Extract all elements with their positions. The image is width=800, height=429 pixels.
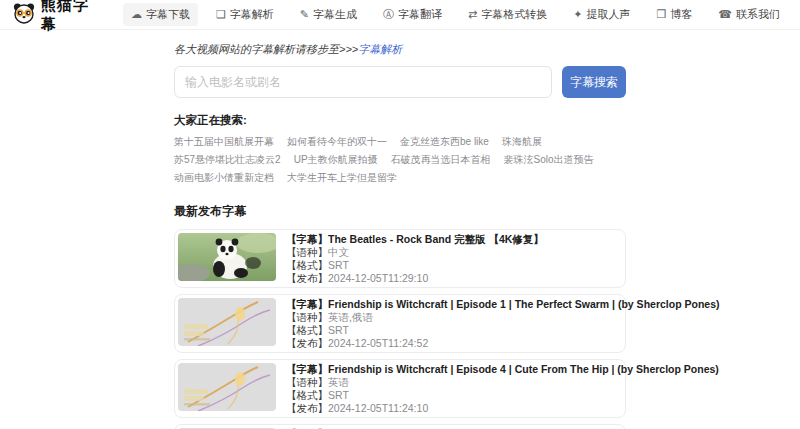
published-label: 【发布】 — [286, 337, 328, 349]
published-value: 2024-12-05T11:24:52 — [328, 337, 428, 349]
latest-section-title: 最新发布字幕 — [174, 203, 626, 220]
subtitle-language-line: 【语种】英语 — [286, 376, 622, 388]
subtitle-card[interactable]: 【字幕】Friendship is Witchcraft | Episode 5… — [174, 424, 626, 429]
nav-item-label: 博客 — [670, 7, 692, 22]
language-value: 中文 — [328, 246, 349, 258]
published-label: 【发布】 — [286, 402, 328, 414]
nav-item-icon: ❏ — [216, 8, 226, 21]
published-value: 2024-12-05T11:24:10 — [328, 402, 428, 414]
subtitle-meta: 【字幕】The Beatles - Rock Band 完整版 【4K修复】 【… — [286, 233, 544, 284]
subtitle-language-line: 【语种】中文 — [286, 246, 544, 258]
parse-notice-text: 各大视频网站的字幕解析请移步至>>> — [174, 43, 358, 55]
subtitle-title: The Beatles - Rock Band 完整版 【4K修复】 — [328, 233, 544, 245]
trending-term[interactable]: 金克丝造东西be like — [400, 135, 489, 149]
language-label: 【语种】 — [286, 376, 328, 388]
nav-menu: ☁ 字幕下载 ❏ 字幕解析 ✎ 字幕生成 Ⓐ 字幕翻译 ⇄ 字幕格式转换 — [123, 3, 788, 26]
search-input[interactable] — [174, 66, 552, 98]
language-value: 英语 — [328, 376, 349, 388]
nav-item[interactable]: ☎ 联系我们 — [710, 3, 788, 26]
trending-term[interactable]: 石破茂再当选日本首相 — [391, 153, 491, 167]
subtitle-title-line: 【字幕】The Beatles - Rock Band 完整版 【4K修复】 — [286, 233, 544, 245]
parse-notice: 各大视频网站的字幕解析请移步至>>>字幕解析 — [174, 42, 626, 57]
published-label: 【发布】 — [286, 272, 328, 284]
format-value: SRT — [328, 259, 349, 271]
nav-item-label: 提取人声 — [586, 7, 630, 22]
purple-artwork-thumb — [178, 298, 276, 346]
trending-term[interactable]: 第十五届中国航展开幕 — [174, 135, 274, 149]
nav-item-icon: ☁ — [131, 8, 142, 21]
panda-photo-thumb — [178, 233, 276, 281]
nav-item-icon: ✎ — [300, 8, 309, 21]
subtitle-card[interactable]: 【字幕】Friendship is Witchcraft | Episode 1… — [174, 294, 626, 353]
trending-terms: 第十五届中国航展开幕 如何看待今年的双十一 金克丝造东西be like 珠海航展… — [174, 135, 626, 185]
format-value: SRT — [328, 389, 349, 401]
format-value: SRT — [328, 324, 349, 336]
nav-item-label: 联系我们 — [736, 7, 780, 22]
nav-item-label: 字幕下载 — [146, 7, 190, 22]
subtitle-language-line: 【语种】英语,俄语 — [286, 311, 622, 323]
search-button[interactable]: 字幕搜索 — [562, 66, 626, 98]
subtitle-title-line: 【字幕】Friendship is Witchcraft | Episode 1… — [286, 298, 622, 310]
language-value: 英语,俄语 — [328, 311, 373, 323]
main-content: 各大视频网站的字幕解析请移步至>>>字幕解析 字幕搜索 大家正在搜索: 第十五届… — [174, 30, 626, 429]
trending-title: 大家正在搜索: — [174, 113, 626, 128]
top-navbar: 熊猫字幕 ☁ 字幕下载 ❏ 字幕解析 ✎ 字幕生成 Ⓐ 字幕翻译 — [0, 0, 800, 30]
subtitle-label: 【字幕】 — [286, 233, 328, 245]
subtitle-title-line: 【字幕】Friendship is Witchcraft | Episode 4… — [286, 363, 622, 375]
nav-item[interactable]: ☁ 字幕下载 — [123, 3, 198, 26]
trending-term[interactable]: 珠海航展 — [502, 135, 542, 149]
subtitle-thumbnail — [178, 298, 276, 346]
nav-item-label: 字幕格式转换 — [481, 7, 547, 22]
subtitle-published-line: 【发布】2024-12-05T11:29:10 — [286, 272, 544, 284]
subtitle-card[interactable]: 【字幕】The Beatles - Rock Band 完整版 【4K修复】 【… — [174, 229, 626, 288]
subtitle-thumbnail — [178, 233, 276, 281]
trending-term[interactable]: 动画电影小倩重新定档 — [174, 171, 274, 185]
trending-term[interactable]: 如何看待今年的双十一 — [287, 135, 387, 149]
subtitle-format-line: 【格式】SRT — [286, 259, 544, 271]
format-label: 【格式】 — [286, 259, 328, 271]
subtitle-meta: 【字幕】Friendship is Witchcraft | Episode 1… — [286, 298, 622, 349]
format-label: 【格式】 — [286, 324, 328, 336]
nav-item-label: 字幕生成 — [313, 7, 357, 22]
language-label: 【语种】 — [286, 311, 328, 323]
nav-item[interactable]: Ⓐ 字幕翻译 — [375, 3, 450, 26]
nav-item-icon: Ⓐ — [383, 7, 394, 22]
panda-logo-icon — [12, 1, 36, 29]
subtitle-published-line: 【发布】2024-12-05T11:24:52 — [286, 337, 622, 349]
brand-logo[interactable]: 熊猫字幕 — [12, 0, 101, 34]
subtitle-thumbnail — [178, 363, 276, 411]
subtitle-card[interactable]: 【字幕】Friendship is Witchcraft | Episode 4… — [174, 359, 626, 418]
subtitle-meta: 【字幕】Friendship is Witchcraft | Episode 4… — [286, 363, 622, 414]
parse-notice-link[interactable]: 字幕解析 — [358, 43, 402, 55]
nav-item[interactable]: ❒ 博客 — [648, 3, 700, 26]
search-bar: 字幕搜索 — [174, 66, 626, 98]
published-value: 2024-12-05T11:29:10 — [328, 272, 428, 284]
trending-term[interactable]: 苏57悬停堪比壮志凌云2 — [174, 153, 281, 167]
trending-term[interactable]: 大学生开车上学但是留学 — [287, 171, 397, 185]
trending-term[interactable]: 裴珠泫Solo出道预告 — [504, 153, 594, 167]
nav-item[interactable]: ✎ 字幕生成 — [292, 3, 365, 26]
subtitle-format-line: 【格式】SRT — [286, 389, 622, 401]
nav-item[interactable]: ⇄ 字幕格式转换 — [460, 3, 555, 26]
subtitle-title: Friendship is Witchcraft | Episode 1 | T… — [328, 298, 719, 310]
trending-term[interactable]: UP主教你航展拍摄 — [294, 153, 378, 167]
nav-item-icon: ❒ — [656, 8, 666, 21]
purple-artwork-thumb — [178, 363, 276, 411]
subtitle-format-line: 【格式】SRT — [286, 324, 622, 336]
nav-item-label: 字幕解析 — [230, 7, 274, 22]
subtitle-label: 【字幕】 — [286, 363, 328, 375]
nav-item-icon: ✦ — [573, 8, 582, 21]
language-label: 【语种】 — [286, 246, 328, 258]
format-label: 【格式】 — [286, 389, 328, 401]
subtitle-published-line: 【发布】2024-12-05T11:24:10 — [286, 402, 622, 414]
nav-item[interactable]: ❏ 字幕解析 — [208, 3, 282, 26]
nav-item[interactable]: ✦ 提取人声 — [565, 3, 638, 26]
brand-name: 熊猫字幕 — [41, 0, 101, 34]
subtitle-list: 【字幕】The Beatles - Rock Band 完整版 【4K修复】 【… — [174, 229, 626, 429]
nav-item-label: 字幕翻译 — [398, 7, 442, 22]
nav-item-icon: ⇄ — [468, 8, 477, 21]
subtitle-title: Friendship is Witchcraft | Episode 4 | C… — [328, 363, 719, 375]
nav-item-icon: ☎ — [718, 8, 732, 21]
subtitle-label: 【字幕】 — [286, 298, 328, 310]
